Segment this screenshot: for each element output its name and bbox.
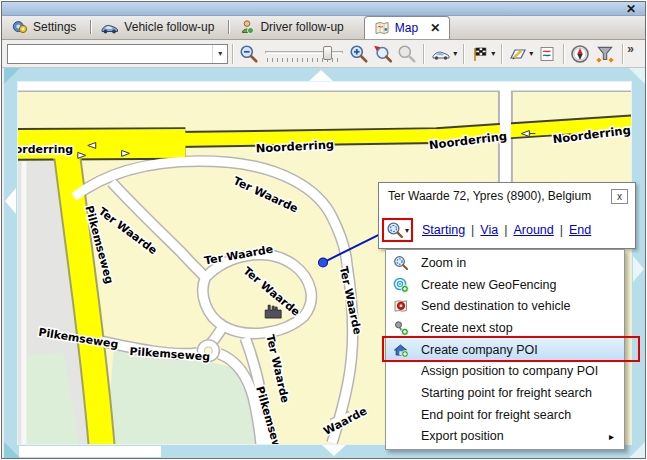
finish-flag-icon <box>470 45 490 63</box>
tab-label: Map <box>395 21 418 35</box>
route-edit-icon <box>508 45 528 63</box>
link-around[interactable]: Around <box>513 223 553 237</box>
poi-filter-button[interactable] <box>592 42 618 66</box>
compass-icon <box>570 44 590 64</box>
tab-driver-follow-up[interactable]: Driver follow-up <box>229 15 357 39</box>
settings-icon <box>12 19 28 35</box>
next-stop-icon <box>392 320 410 336</box>
toolbar-separator <box>622 44 623 64</box>
link-separator: | <box>471 223 474 237</box>
window-close-button[interactable]: ✕ <box>626 2 636 16</box>
dropdown-caret-icon: ▾ <box>453 49 457 58</box>
address-search-combobox[interactable]: ▾ <box>7 44 228 64</box>
tab-bar: Settings Vehicle follow-up Driver follow… <box>2 16 645 40</box>
link-via[interactable]: Via <box>480 223 498 237</box>
menu-item-create-company-poi[interactable]: Create company POI <box>386 339 624 361</box>
search-input[interactable] <box>8 45 212 63</box>
zoom-menu-icon <box>386 221 404 239</box>
pan-corner-bottom-right[interactable] <box>629 442 645 458</box>
dropdown-caret-icon: ▾ <box>405 226 409 235</box>
toolbar-separator <box>423 44 424 64</box>
pan-corner-top-right[interactable] <box>629 68 645 84</box>
menu-item-label: Zoom in <box>421 256 466 270</box>
tab-vehicle-follow-up[interactable]: Vehicle follow-up <box>91 15 228 39</box>
menu-item-label: Create company POI <box>421 343 538 357</box>
tab-close-button[interactable]: ✕ <box>430 21 440 35</box>
menu-item-send-destination[interactable]: Send destination to vehicle <box>386 295 624 317</box>
tab-label: Vehicle follow-up <box>124 20 214 34</box>
link-separator: | <box>560 223 563 237</box>
geofencing-icon <box>392 277 410 293</box>
menu-item-label: Assign position to company POI <box>421 364 598 378</box>
submenu-arrow-icon: ▸ <box>609 431 614 442</box>
zoom-slider-thumb[interactable] <box>323 46 332 60</box>
svg-text:Ter Waarde: Ter Waarde <box>337 265 364 336</box>
pan-down-arrow[interactable] <box>322 445 346 456</box>
toolbar-separator <box>232 44 233 64</box>
toolbar-separator <box>563 44 564 64</box>
toolbar-overflow-button[interactable]: » <box>627 40 640 56</box>
vehicle-toolbar-icon <box>430 45 452 63</box>
zoom-slider[interactable] <box>265 43 343 65</box>
title-bar: ✕ <box>2 2 645 16</box>
toolbar-separator <box>501 44 502 64</box>
zoom-previous-button-disabled <box>395 42 419 66</box>
finish-flag-menu-button[interactable]: ▾ <box>468 42 497 66</box>
map-status-bar <box>19 446 161 457</box>
popup-close-button[interactable]: x <box>611 189 628 204</box>
annotation-zoom-button-highlight: ▾ <box>382 218 413 242</box>
popup-address-text: Ter Waarde 72, Ypres (8900), Belgium <box>379 183 635 203</box>
map-icon <box>374 20 390 36</box>
zoom-in-icon <box>349 44 369 64</box>
map-view-icon <box>537 45 557 63</box>
compass-button[interactable] <box>568 42 592 66</box>
tab-settings[interactable]: Settings <box>2 15 90 39</box>
svg-text:orderring: orderring <box>18 143 73 156</box>
zoom-disabled-icon <box>397 44 417 64</box>
menu-item-assign-position[interactable]: Assign position to company POI <box>386 360 624 382</box>
pan-corner-bottom-left[interactable] <box>4 442 20 458</box>
menu-item-label: Create new GeoFencing <box>421 278 557 292</box>
pan-corner-top-left[interactable] <box>4 68 20 84</box>
zoom-in-button[interactable] <box>347 42 371 66</box>
tab-map[interactable]: Map ✕ <box>364 16 450 39</box>
zoom-out-icon <box>239 44 259 64</box>
popup-actions: ▾ Starting|Via|Around|End <box>382 215 632 245</box>
combo-dropdown-button[interactable]: ▾ <box>212 45 227 63</box>
zoom-out-button[interactable] <box>237 42 261 66</box>
menu-item-zoom-in[interactable]: Zoom in <box>386 252 624 274</box>
route-edit-menu-button[interactable]: ▾ <box>506 42 535 66</box>
svg-text:Ter Waarde: Ter Waarde <box>203 243 274 268</box>
send-destination-icon <box>392 298 410 314</box>
menu-item-starting-freight-search[interactable]: Starting point for freight search <box>386 382 624 404</box>
pan-up-arrow[interactable] <box>309 70 333 81</box>
application-window: ✕ Settings Vehicle follow-up <box>1 1 646 459</box>
popup-zoom-menu-button[interactable]: ▾ <box>386 221 409 239</box>
link-separator: | <box>504 223 507 237</box>
context-menu: Zoom in Create new GeoFencing <box>385 249 625 450</box>
menu-item-export-position[interactable]: Export position ▸ <box>386 426 624 448</box>
menu-item-label: Create next stop <box>421 321 513 335</box>
vehicle-menu-button[interactable]: ▾ <box>428 42 459 66</box>
pan-left-arrow[interactable] <box>5 188 16 214</box>
zoom-selection-icon <box>373 44 393 64</box>
factory-poi-icon <box>265 305 281 318</box>
menu-item-end-freight-search[interactable]: End point for freight search <box>386 404 624 426</box>
menu-item-label: End point for freight search <box>421 408 571 422</box>
poi-filter-icon <box>594 44 616 64</box>
menu-item-label: Starting point for freight search <box>421 386 592 400</box>
popup-links: Starting|Via|Around|End <box>422 223 591 237</box>
map-view-button[interactable] <box>535 42 559 66</box>
map-toolbar: ▾ <box>2 40 645 68</box>
link-starting[interactable]: Starting <box>422 223 465 237</box>
menu-item-create-next-stop[interactable]: Create next stop <box>386 317 624 339</box>
zoom-in-icon <box>392 255 410 271</box>
pan-right-arrow[interactable] <box>633 256 644 282</box>
company-poi-icon <box>392 342 410 358</box>
zoom-selection-button[interactable] <box>371 42 395 66</box>
menu-item-create-geofencing[interactable]: Create new GeoFencing <box>386 274 624 296</box>
menu-item-label: Send destination to vehicle <box>421 299 570 313</box>
link-end[interactable]: End <box>569 223 591 237</box>
vehicle-icon <box>101 19 119 35</box>
driver-icon <box>239 19 255 35</box>
